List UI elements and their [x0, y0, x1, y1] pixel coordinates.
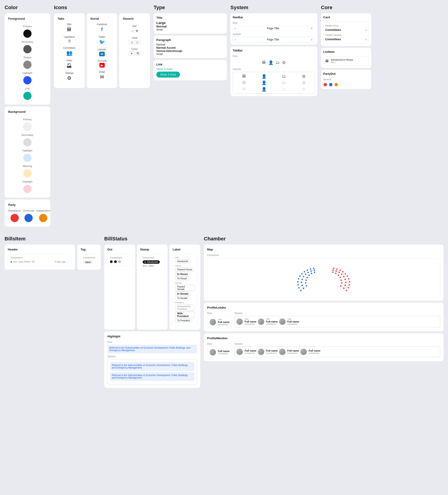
svg-point-12: [302, 285, 303, 286]
tag-component-label: Component: [83, 256, 95, 259]
intro-title: Intro: [175, 256, 195, 259]
tv-settings-3[interactable]: ⚙: [294, 87, 313, 92]
member-row: Full name Jurisdiction: [210, 349, 229, 356]
tv-legislators-2[interactable]: 👤: [255, 80, 273, 85]
member-avatar-2: [258, 349, 264, 355]
tag-card: Tag Component label: [77, 245, 101, 270]
title-block-name: Title: [156, 16, 224, 19]
bg-warning-swatch: [23, 169, 32, 178]
profileleader-variants-label: Variants: [234, 312, 440, 315]
president-section: President Reviewed by President With Pre…: [175, 302, 195, 323]
house-item-1: In House: [175, 272, 190, 276]
tv-committees-1[interactable]: 🗂: [275, 74, 293, 79]
profileleader-root-label: Root: [207, 312, 232, 315]
header-variants-text: Header Variants: [325, 34, 342, 36]
member-avatar-3: [279, 349, 286, 355]
tabs-label: Tabs: [58, 17, 81, 20]
highlight-label: Highlight: [107, 335, 197, 338]
svg-point-7: [304, 271, 305, 273]
star-icons: ☆ ★: [131, 28, 139, 33]
svg-point-15: [303, 276, 304, 277]
type-title: Type: [154, 5, 227, 11]
nav-star-icon[interactable]: ☆: [310, 27, 313, 30]
member-variant-1: Full name Jurisdiction: [236, 349, 256, 355]
member-info-3: Full name Jurisdiction: [287, 349, 299, 354]
tag-badge[interactable]: label: [83, 260, 93, 264]
member-variant-2: Full name Jurisdiction: [258, 349, 278, 355]
dot-gray: [118, 260, 121, 263]
svg-point-29: [349, 284, 350, 286]
member-info-4: Full name Jurisdiction: [309, 349, 320, 354]
stamp-badge: ● Introduced: [143, 260, 160, 264]
tv-committees-3[interactable]: 🗂: [275, 87, 293, 92]
president-item-1: With President: [175, 311, 195, 318]
svg-point-44: [339, 272, 340, 273]
highlight-card: Highlight Root Referred to the Subcommit…: [104, 331, 200, 388]
tab-bills-icon[interactable]: 🏛: [262, 60, 266, 65]
svg-point-4: [298, 278, 299, 279]
profilemember-root-inner: Full name Jurisdiction: [207, 346, 232, 358]
svg-point-40: [345, 282, 346, 283]
member-avatar-4: [300, 349, 307, 355]
highlight-variants-label: Variants: [107, 355, 197, 358]
tab-settings-icon[interactable]: ⚙: [282, 60, 286, 65]
email-icon: ✉: [100, 74, 104, 80]
highlight-variants: Referred to the Subcommittee on Economic…: [107, 359, 197, 385]
profileleader-root: Root Title Full name Jurisdiction: [207, 312, 232, 328]
house-section: House Passed House In House To House: [175, 265, 195, 280]
fg-secondary-swatch: [23, 45, 32, 53]
profile-info-3: Title Full name Jurisdiction: [287, 318, 299, 325]
tv-settings-2[interactable]: ⚙: [294, 80, 313, 85]
tv-bills-3[interactable]: 🏛: [235, 87, 253, 92]
map-inner: [207, 258, 440, 298]
president-title: President: [175, 302, 195, 304]
variant-profile-1: Title Full name Jurisdiction: [236, 318, 256, 325]
facebook-icon: f: [101, 27, 103, 32]
tv-legislators-3[interactable]: 👤: [255, 87, 273, 92]
senate-title: Senate: [175, 282, 195, 284]
system-title: System: [230, 5, 317, 11]
tv-bills-2[interactable]: 🏛: [235, 80, 253, 85]
tabbar-root-label: Root: [233, 55, 315, 57]
member-info: Full name Jurisdiction: [218, 350, 229, 355]
tv-settings-1[interactable]: ⚙: [294, 74, 313, 79]
header-star-icon[interactable]: ☆: [67, 260, 69, 263]
color-section: Color Foreground Primary Secondary Terti…: [5, 5, 50, 227]
cross-icons: ✕ ✕: [129, 51, 140, 56]
header-component-label: Component: [10, 256, 69, 259]
nav-back-icon[interactable]: ‹: [235, 27, 236, 30]
nav-variant-back-icon[interactable]: ‹: [235, 38, 236, 41]
partydot-variants-label: Variants: [323, 78, 369, 81]
show-more-link[interactable]: Show 3 more: [156, 68, 224, 71]
tv-committees-2[interactable]: 🗂: [275, 80, 293, 85]
svg-point-43: [341, 274, 343, 275]
member-variant-3: Full name Jurisdiction: [279, 349, 299, 355]
profile-info: Title Full name Jurisdiction: [218, 318, 229, 326]
chevron-down-icon: ∨: [365, 38, 367, 41]
youtube-icon: ▶: [99, 63, 105, 68]
svg-point-19: [314, 269, 315, 271]
bg-highlight2-swatch: [23, 185, 32, 193]
chamber-section: Chamber Map Component: [204, 236, 443, 388]
nav-variant-star-icon[interactable]: ☆: [310, 38, 313, 41]
republican-swatch: [11, 214, 19, 222]
democrat-dot: [329, 82, 333, 87]
tv-legislators-1[interactable]: 👤: [255, 74, 273, 79]
svg-point-10: [313, 268, 314, 269]
party-label: Party: [8, 203, 47, 206]
carat-icons: ◁ ▷: [129, 40, 140, 45]
navbar-root-label: Root: [233, 22, 315, 24]
billstatus-title: BillStatus: [104, 236, 200, 242]
tv-bills-1[interactable]: 🏛: [235, 74, 253, 79]
map-label: Map: [207, 248, 440, 251]
tab-legislators-icon[interactable]: 👤: [268, 60, 273, 65]
svg-point-39: [344, 285, 346, 286]
show-more-button[interactable]: Show 3 more: [156, 72, 180, 78]
tab-committees-icon[interactable]: 🗂: [276, 60, 280, 65]
highlight-root-text: Referred to the Subcommittee on Economic…: [107, 345, 197, 353]
card-label: Card: [323, 15, 369, 19]
dot-black2: [114, 260, 117, 263]
billsitem-section: BillsItem Header Component ● Sen. Gary P…: [5, 236, 101, 388]
svg-point-48: [341, 282, 343, 284]
svg-point-16: [305, 274, 306, 275]
